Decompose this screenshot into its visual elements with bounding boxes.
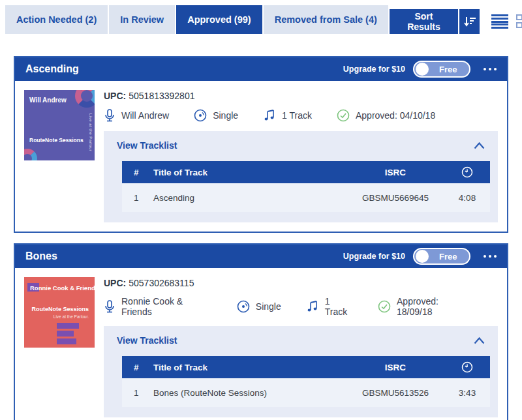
more-options-icon[interactable] bbox=[481, 255, 497, 258]
track-title: Ascending bbox=[153, 193, 346, 203]
release-type-meta: Single bbox=[237, 300, 281, 313]
tracklist-header-row: # Title of Track ISRC bbox=[122, 161, 490, 183]
card-header: Ascending Upgrade for $10 Free bbox=[15, 57, 507, 81]
tracklist-label: View Tracklist bbox=[117, 335, 474, 346]
track-isrc: GBSMU5613526 bbox=[346, 388, 444, 398]
sort-group: Sort Results bbox=[390, 9, 480, 34]
disc-icon bbox=[237, 300, 250, 313]
more-options-icon[interactable] bbox=[481, 68, 497, 70]
upc-line: UPC:5057302683115 bbox=[104, 278, 498, 288]
track-duration: 3:43 bbox=[444, 388, 490, 398]
upc-label: UPC: bbox=[104, 278, 126, 288]
disc-icon bbox=[194, 109, 207, 122]
artwork-series-text: RouteNote Sessions bbox=[31, 306, 89, 312]
clock-icon bbox=[461, 361, 473, 373]
tracklist-table: # Title of Track ISRC bbox=[122, 356, 490, 417]
track-count: 1 Track bbox=[325, 296, 353, 317]
sort-results-button[interactable]: Sort Results bbox=[390, 9, 458, 34]
release-card-ascending: Ascending Upgrade for $10 Free Will Andr… bbox=[14, 56, 508, 233]
bar-graphic bbox=[57, 338, 76, 344]
release-card-bones: Bones Upgrade for $10 Free Ronnie Cook &… bbox=[14, 243, 508, 420]
approved-date: Approved: 18/09/18 bbox=[397, 296, 473, 317]
chevron-up-icon bbox=[474, 142, 485, 149]
tracklist-panel: View Tracklist # Title of Track ISRC bbox=[104, 131, 498, 222]
card-body: Will Andrew RouteNote Sessions Live at t… bbox=[15, 81, 507, 232]
grid-view-icon[interactable] bbox=[516, 14, 522, 29]
approved-check-icon bbox=[378, 300, 391, 313]
col-number-header: # bbox=[122, 168, 153, 177]
upc-line: UPC:5051813392801 bbox=[104, 91, 498, 101]
top-bar: Action Needed (2) In Review Approved (99… bbox=[5, 5, 514, 37]
approved-date: Approved: 04/10/18 bbox=[356, 110, 435, 121]
release-type: Single bbox=[213, 110, 238, 121]
track-row[interactable]: 1 Ascending GBSMU5669645 4:08 bbox=[122, 183, 490, 212]
approved-meta: Approved: 04/10/18 bbox=[337, 109, 435, 122]
artist-name: Will Andrew bbox=[121, 110, 169, 121]
upgrade-label: Upgrade for $10 bbox=[343, 65, 405, 74]
album-artwork: Will Andrew RouteNote Sessions Live at t… bbox=[24, 90, 95, 160]
col-title-header: Title of Track bbox=[153, 363, 346, 372]
track-number: 1 bbox=[122, 193, 153, 203]
tab-approved[interactable]: Approved (99) bbox=[176, 5, 262, 34]
release-title: Ascending bbox=[25, 63, 343, 75]
tracklist-toggle[interactable]: View Tracklist bbox=[104, 131, 498, 160]
release-title: Bones bbox=[25, 250, 343, 262]
col-duration-header bbox=[444, 166, 490, 178]
card-body: Ronnie Cook & Friends RouteNote Sessions… bbox=[15, 268, 507, 420]
view-switcher bbox=[491, 14, 522, 29]
music-note-icon bbox=[306, 300, 319, 313]
meta-row: Ronnie Cook & Friends Single bbox=[104, 296, 498, 317]
tracklist-label: View Tracklist bbox=[117, 140, 474, 151]
artwork-subtitle-text: Live at the Parlour. bbox=[54, 314, 89, 319]
chevron-up-icon bbox=[474, 337, 485, 344]
tab-action-needed[interactable]: Action Needed (2) bbox=[5, 5, 108, 34]
release-list: Ascending Upgrade for $10 Free Will Andr… bbox=[14, 56, 508, 420]
plan-label: Free bbox=[439, 252, 457, 262]
approved-check-icon bbox=[337, 109, 350, 122]
ring-graphic bbox=[75, 90, 95, 108]
release-type-meta: Single bbox=[194, 109, 238, 122]
toggle-knob-icon bbox=[416, 250, 429, 263]
track-isrc: GBSMU5669645 bbox=[346, 193, 444, 203]
artist-name: Ronnie Cook & Friends bbox=[121, 296, 212, 317]
plan-toggle[interactable]: Free bbox=[413, 248, 470, 265]
music-note-icon bbox=[263, 109, 276, 122]
col-title-header: Title of Track bbox=[153, 168, 346, 177]
ring-graphic bbox=[24, 149, 37, 160]
clock-icon bbox=[461, 166, 473, 178]
list-view-icon[interactable] bbox=[491, 14, 508, 29]
tracklist-toggle[interactable]: View Tracklist bbox=[104, 326, 498, 355]
album-artwork: Ronnie Cook & Friends RouteNote Sessions… bbox=[24, 277, 95, 348]
col-isrc-header: ISRC bbox=[346, 168, 444, 177]
col-number-header: # bbox=[122, 363, 153, 372]
plan-label: Free bbox=[439, 65, 457, 74]
tab-in-review[interactable]: In Review bbox=[109, 5, 175, 34]
tracklist-header-row: # Title of Track ISRC bbox=[122, 356, 490, 378]
upc-label: UPC: bbox=[104, 91, 126, 101]
release-details: UPC:5051813392801 Will Andrew bbox=[104, 90, 498, 222]
artist-meta: Ronnie Cook & Friends bbox=[104, 296, 212, 317]
top-controls: Sort Results bbox=[390, 9, 522, 34]
track-row[interactable]: 1 Bones (RouteNote Sessions) GBSMU561352… bbox=[122, 378, 490, 407]
track-number: 1 bbox=[122, 388, 153, 398]
release-type: Single bbox=[256, 301, 281, 312]
upgrade-label: Upgrade for $10 bbox=[343, 252, 405, 261]
col-isrc-header: ISRC bbox=[346, 363, 444, 372]
track-count: 1 Track bbox=[282, 110, 312, 121]
bar-graphic bbox=[57, 323, 79, 329]
artwork-artist-text: Will Andrew bbox=[29, 97, 67, 104]
plan-toggle[interactable]: Free bbox=[413, 61, 470, 78]
sort-descending-icon bbox=[463, 16, 476, 27]
track-count-meta: 1 Track bbox=[306, 296, 353, 317]
artwork-artist-text: Ronnie Cook & Friends bbox=[30, 284, 95, 292]
tracklist-panel: View Tracklist # Title of Track ISRC bbox=[104, 326, 498, 417]
tab-removed-from-sale[interactable]: Removed from Sale (4) bbox=[264, 5, 388, 34]
track-title: Bones (RouteNote Sessions) bbox=[153, 388, 346, 398]
approved-meta: Approved: 18/09/18 bbox=[378, 296, 473, 317]
status-tabs: Action Needed (2) In Review Approved (99… bbox=[5, 5, 390, 34]
track-duration: 4:08 bbox=[444, 193, 490, 203]
artwork-side-text: Live at the Parlour bbox=[89, 113, 93, 151]
sort-direction-button[interactable] bbox=[458, 9, 480, 34]
artwork-series-text: RouteNote Sessions bbox=[29, 137, 84, 143]
upc-value: 5051813392801 bbox=[129, 91, 194, 101]
